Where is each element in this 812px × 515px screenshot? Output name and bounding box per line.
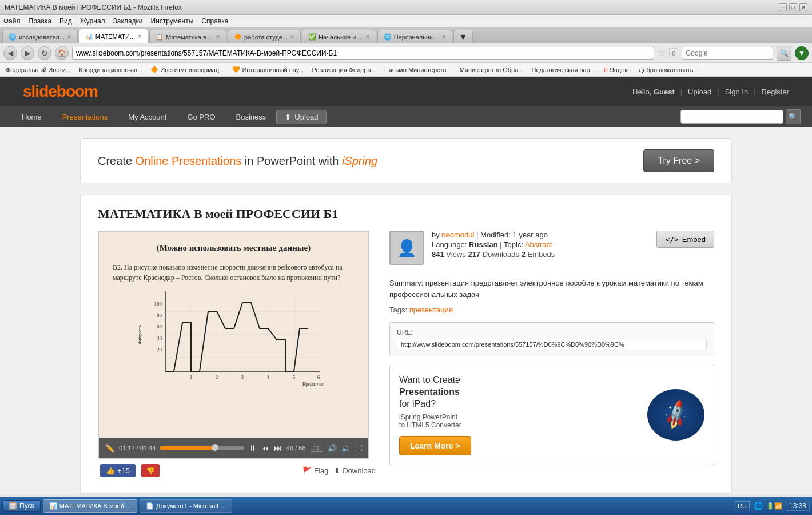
- topic-link[interactable]: Abstract: [525, 240, 552, 249]
- download-action-btn[interactable]: ⬇ Download: [334, 466, 376, 475]
- embeds-count: 2: [522, 250, 526, 259]
- taskbar-item-0[interactable]: 📊 МАТЕМАТИКА В моей ...: [43, 499, 137, 513]
- tab-close-2[interactable]: ✕: [216, 34, 220, 40]
- nav-home[interactable]: Home: [11, 106, 52, 127]
- header-signin-link[interactable]: Sign In: [725, 88, 748, 96]
- browser-titlebar: МАТЕМАТИКА В моей ПРОФЕССИИ Б1 - Mozilla…: [0, 0, 812, 15]
- tab-more[interactable]: ▼: [453, 30, 473, 43]
- tags-label: Tags:: [389, 306, 407, 314]
- tab-close-4[interactable]: ✕: [365, 34, 370, 40]
- lang-label: Language:: [432, 240, 467, 249]
- download-label: Download: [343, 466, 376, 475]
- embed-button[interactable]: </> Embed: [656, 231, 714, 248]
- close-btn[interactable]: ✕: [799, 3, 807, 11]
- bookmark-ministry[interactable]: Министерство Обра...: [456, 65, 527, 74]
- search-btn[interactable]: 🔍: [777, 46, 791, 61]
- tab-close-5[interactable]: ✕: [441, 34, 446, 40]
- menu-bookmarks[interactable]: Закладки: [113, 17, 143, 25]
- menu-history[interactable]: Журнал: [80, 17, 105, 25]
- upload-label: Upload: [294, 113, 318, 121]
- tab-2[interactable]: 📋 Математика в ... ✕: [149, 30, 226, 43]
- url-value-input[interactable]: [397, 339, 707, 350]
- author-link[interactable]: neomodul: [441, 231, 474, 239]
- like-btn[interactable]: 👍 +15: [100, 464, 136, 477]
- reload-btn[interactable]: ↻: [38, 46, 51, 60]
- upload-icon: ⬆: [285, 113, 291, 121]
- progress-handle[interactable]: [212, 444, 218, 451]
- cc-icon[interactable]: CC: [311, 445, 323, 452]
- bookmark-coord[interactable]: Координационно-ан...: [75, 65, 146, 74]
- taskbar-right: RU 🌐 🔋📶 13:38: [735, 501, 810, 511]
- bookmark-ispring[interactable]: 🔶Институт информац...: [147, 65, 228, 74]
- flag-btn[interactable]: 🚩 Flag: [302, 466, 328, 475]
- nav-upload-btn[interactable]: ⬆ Upload: [276, 110, 327, 124]
- summary-text: Summary: презентация представляет электр…: [389, 278, 714, 300]
- menu-edit[interactable]: Правка: [29, 17, 52, 25]
- back-btn[interactable]: ◀: [3, 46, 17, 60]
- nav-presentations[interactable]: Presentations: [52, 106, 118, 127]
- bookmark-welcome[interactable]: Добро пожаловать ...: [635, 65, 704, 74]
- bookmark-pedagogy[interactable]: Педагогическая нар...: [528, 65, 599, 74]
- search-box[interactable]: [682, 47, 773, 60]
- try-free-button[interactable]: Try Free >: [643, 149, 714, 172]
- tab-close-3[interactable]: ✕: [290, 34, 294, 40]
- menu-file[interactable]: Файл: [3, 17, 21, 25]
- tab-4[interactable]: ✅ Начальное и ... ✕: [302, 30, 376, 43]
- bookmark-star[interactable]: ☆: [658, 47, 666, 58]
- bookmark-realiz[interactable]: Реализация Федера...: [308, 65, 379, 74]
- window-controls[interactable]: ─ □ ✕: [779, 3, 807, 11]
- bookmark-federal[interactable]: Федеральный Инсти...: [2, 65, 74, 74]
- home-btn[interactable]: 🏠: [55, 46, 69, 60]
- time-display: 01:12 / 01:44: [119, 445, 156, 451]
- bookmark-letter[interactable]: Письмо Министерств...: [381, 65, 455, 74]
- tab-1[interactable]: 📊 МАТЕМАТИ... ✕: [79, 29, 148, 43]
- taskbar-icon-0: 📊: [49, 502, 57, 510]
- maximize-btn[interactable]: □: [789, 3, 797, 11]
- prev-btn[interactable]: ⏮: [261, 443, 269, 453]
- meta-stats: 841 Views 217 Downloads 2 Embeds: [432, 250, 656, 259]
- forward-btn[interactable]: ▶: [21, 46, 34, 60]
- tab-5[interactable]: 🌐 Персональны... ✕: [377, 30, 452, 43]
- progress-bar[interactable]: [160, 446, 244, 450]
- tab-close-0[interactable]: ✕: [67, 34, 71, 40]
- pause-btn[interactable]: ⏸: [249, 443, 257, 453]
- bookmark-interact[interactable]: 🧡Интерактивный нау...: [229, 65, 307, 74]
- header-register-link[interactable]: Register: [762, 88, 789, 96]
- nav-business[interactable]: Business: [226, 106, 277, 127]
- next-btn[interactable]: ⏭: [274, 443, 282, 453]
- menu-view[interactable]: Вид: [59, 17, 72, 25]
- nav-search-input[interactable]: [680, 110, 783, 124]
- start-button[interactable]: 🪟 Пуск: [2, 500, 41, 512]
- learn-more-button[interactable]: Learn More >: [399, 436, 471, 455]
- menu-help[interactable]: Справка: [201, 17, 228, 25]
- tab-favicon-2: 📋: [156, 33, 164, 41]
- nav-myaccount[interactable]: My Account: [118, 106, 177, 127]
- tab-0[interactable]: 🌐 исследовател... ✕: [2, 30, 78, 43]
- svg-text:80: 80: [157, 312, 162, 318]
- download-indicator[interactable]: ▼: [795, 46, 809, 60]
- fullscreen-icon[interactable]: ⛶: [355, 444, 363, 453]
- site-logo[interactable]: slideboom: [23, 82, 98, 101]
- like-count: +15: [117, 466, 130, 475]
- header-upload-link[interactable]: Upload: [688, 88, 711, 96]
- nav-gopro[interactable]: Go PRO: [177, 106, 225, 127]
- nav-search-button[interactable]: 🔍: [786, 109, 801, 124]
- tab-close-1[interactable]: ✕: [137, 33, 142, 39]
- bookmark-yandex[interactable]: ЯЯндекс: [600, 65, 634, 74]
- menu-tools[interactable]: Инструменты: [151, 17, 194, 25]
- tab-3[interactable]: 🔶 работа студе... ✕: [228, 30, 301, 43]
- time-total: 01:44: [140, 445, 156, 451]
- topic-label: Topic:: [504, 240, 523, 249]
- thumbsup-icon: 👍: [106, 466, 115, 475]
- taskbar-item-1[interactable]: 📄 Документ1 - Microsoft ...: [140, 499, 232, 513]
- player-controls: ✏️ 01:12 / 01:44 ⏸ ⏮ ⏭: [99, 438, 368, 458]
- volume-icon[interactable]: 🔉: [341, 444, 351, 453]
- flag-label: Flag: [314, 466, 328, 475]
- speaker-icon[interactable]: 🔊: [328, 444, 337, 453]
- dislike-btn[interactable]: 👎: [141, 464, 160, 477]
- url-input[interactable]: [72, 47, 654, 60]
- tag-prezentacia[interactable]: презентация: [409, 306, 453, 314]
- minimize-btn[interactable]: ─: [779, 3, 787, 11]
- meta-top: 👤 by neomodul | Modified: 1 year ago Lan…: [389, 231, 656, 265]
- pencil-icon[interactable]: ✏️: [105, 443, 114, 453]
